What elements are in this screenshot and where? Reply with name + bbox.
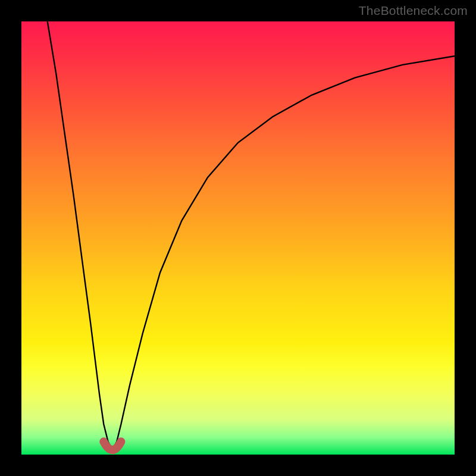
curve-layer [21, 21, 455, 455]
plot-area [21, 21, 455, 455]
bottleneck-curve [48, 21, 455, 450]
accent-u-marker [104, 441, 121, 450]
watermark-text: TheBottleneck.com [359, 4, 468, 18]
